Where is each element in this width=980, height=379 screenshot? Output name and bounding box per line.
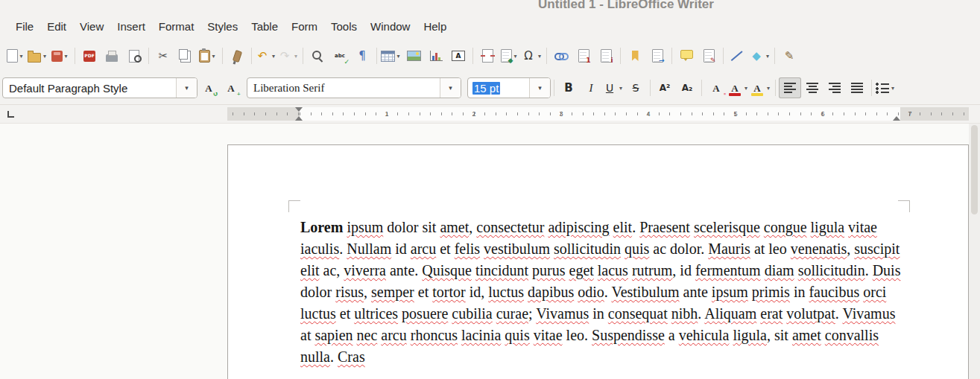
insert-table-button[interactable]: ▾ (380, 45, 402, 66)
insert-footnote-button[interactable]: 1 (572, 45, 595, 66)
undo-button[interactable]: ↶▾ (255, 45, 277, 66)
dropdown-arrow-icon[interactable]: ▾ (764, 53, 771, 60)
copy-button[interactable] (174, 45, 197, 66)
dropdown-arrow-icon[interactable]: ▾ (18, 53, 25, 60)
save-button[interactable]: ▾ (49, 45, 72, 66)
update-style-button[interactable]: A↺ (197, 77, 220, 98)
dropdown-arrow-icon[interactable]: ▾ (63, 53, 70, 60)
paragraph-style-value[interactable]: Default Paragraph Style (3, 78, 176, 98)
new-style-button[interactable]: A+ (220, 77, 242, 98)
font-name-combo[interactable]: Liberation Serif ▾ (247, 77, 461, 98)
insert-field-button[interactable]: ◆▾ (499, 45, 521, 66)
open-file-button[interactable]: ▾ (27, 45, 49, 66)
insert-chart-button[interactable] (425, 45, 447, 66)
menu-window[interactable]: Window (364, 16, 417, 36)
clone-formatting-button[interactable] (226, 45, 248, 66)
document-page[interactable]: Lorem ipsum dolor sit amet, consectetur … (227, 144, 969, 379)
strikethrough-button[interactable]: S (625, 77, 647, 98)
menu-file[interactable]: File (9, 16, 40, 36)
tab-stop-selector-icon[interactable] (7, 111, 14, 118)
dropdown-arrow-icon[interactable]: ▾ (742, 85, 750, 92)
dropdown-arrow-icon[interactable]: ▾ (270, 53, 277, 60)
menu-view[interactable]: View (73, 16, 110, 36)
insert-hyperlink-button[interactable] (550, 45, 572, 66)
superscript-button[interactable]: A² (654, 77, 676, 98)
paragraph-style-combo[interactable]: Default Paragraph Style ▾ (2, 77, 197, 98)
font-size-dropdown-button[interactable]: ▾ (529, 78, 550, 98)
dropdown-arrow-icon[interactable]: ▾ (617, 85, 625, 92)
dropdown-arrow-icon[interactable]: ▾ (41, 53, 48, 60)
insert-line-button[interactable] (727, 45, 749, 66)
insert-cross-reference-button[interactable]: → (646, 45, 668, 66)
bold-button[interactable]: B (557, 77, 580, 98)
vertical-scrollbar[interactable] (969, 124, 980, 379)
word: ligula (733, 327, 767, 343)
dropdown-arrow-icon[interactable]: ▾ (889, 85, 897, 92)
align-left-button[interactable] (779, 77, 801, 98)
insert-image-button[interactable] (402, 45, 425, 66)
left-indent-marker[interactable] (295, 116, 303, 121)
menu-format[interactable]: Format (152, 16, 201, 36)
new-document-button[interactable]: ▾ (4, 45, 27, 66)
subscript-button[interactable]: A₂ (676, 77, 698, 98)
align-center-button[interactable] (801, 77, 823, 98)
spelling-button[interactable]: abc✓ (329, 45, 351, 66)
dropdown-arrow-icon[interactable]: ▾ (395, 53, 402, 60)
menu-help[interactable]: Help (417, 16, 453, 36)
word: ultrices (354, 305, 398, 322)
align-right-button[interactable] (823, 77, 846, 98)
redo-button[interactable]: ↷▾ (277, 45, 300, 66)
font-size-combo[interactable]: 15 pt ▾ (467, 77, 551, 98)
document-paragraph[interactable]: Lorem ipsum dolor sit amet, consectetur … (300, 217, 901, 368)
print-preview-button[interactable] (123, 45, 145, 66)
basic-shapes-button[interactable]: ◆▾ (749, 45, 771, 66)
font-name-value[interactable]: Liberation Serif (247, 78, 440, 98)
export-pdf-button[interactable]: PDF (78, 45, 101, 66)
dropdown-arrow-icon[interactable]: ▾ (210, 53, 218, 60)
insert-endnote-button[interactable]: i (595, 45, 617, 66)
dropdown-arrow-icon[interactable]: ▾ (292, 53, 300, 60)
word: vitae (848, 219, 877, 235)
word: faucibus (809, 284, 859, 300)
insert-text-box-button[interactable]: A (447, 45, 470, 66)
menu-styles[interactable]: Styles (200, 16, 244, 36)
insert-page-break-button[interactable] (476, 45, 499, 66)
menu-tools[interactable]: Tools (324, 16, 364, 36)
track-changes-icon: ✎ (704, 49, 715, 63)
track-changes-button[interactable]: ✎ (698, 45, 720, 66)
find-and-replace-button[interactable] (306, 45, 329, 66)
menu-insert[interactable]: Insert (110, 16, 152, 36)
formatting-marks-button[interactable]: ¶ (351, 45, 373, 66)
highlighting-color-button[interactable]: A▾ (750, 77, 772, 98)
underline-button[interactable]: U▾ (602, 77, 625, 98)
menu-table[interactable]: Table (244, 16, 285, 36)
right-indent-marker[interactable] (893, 116, 900, 121)
paragraph-style-dropdown-button[interactable]: ▾ (176, 78, 197, 98)
print-button[interactable] (101, 45, 123, 66)
word: diam (765, 262, 794, 278)
first-line-indent-marker[interactable] (295, 107, 303, 112)
insert-special-character-button[interactable]: Ω▾ (521, 45, 543, 66)
menu-form[interactable]: Form (285, 16, 324, 36)
justified-button[interactable] (846, 77, 868, 98)
insert-special-character-icon: Ω (521, 48, 536, 63)
italic-button[interactable]: I (580, 77, 602, 98)
word: Vivamus (536, 305, 589, 322)
font-name-dropdown-button[interactable]: ▾ (440, 78, 461, 98)
insert-bookmark-button[interactable] (624, 45, 646, 66)
ruler[interactable]: 1234567 (0, 105, 980, 123)
ruler-scale[interactable]: 1234567 (227, 107, 969, 121)
paste-button[interactable]: ▾ (197, 45, 219, 66)
unordered-list-button[interactable]: ▾ (875, 77, 897, 98)
clear-direct-formatting-button[interactable]: A▪ (705, 77, 727, 98)
font-size-value[interactable]: 15 pt (468, 78, 529, 98)
dropdown-arrow-icon[interactable]: ▾ (765, 85, 772, 92)
scrollbar-thumb[interactable] (971, 125, 978, 214)
insert-comment-button[interactable] (675, 45, 698, 66)
word: dolor (300, 284, 332, 300)
font-color-button[interactable]: A▾ (727, 77, 750, 98)
cut-button[interactable]: ✂ (152, 45, 174, 66)
menu-edit[interactable]: Edit (40, 16, 73, 36)
dropdown-arrow-icon[interactable]: ▾ (536, 53, 543, 60)
show-draw-functions-button[interactable]: ✎ (778, 45, 800, 66)
